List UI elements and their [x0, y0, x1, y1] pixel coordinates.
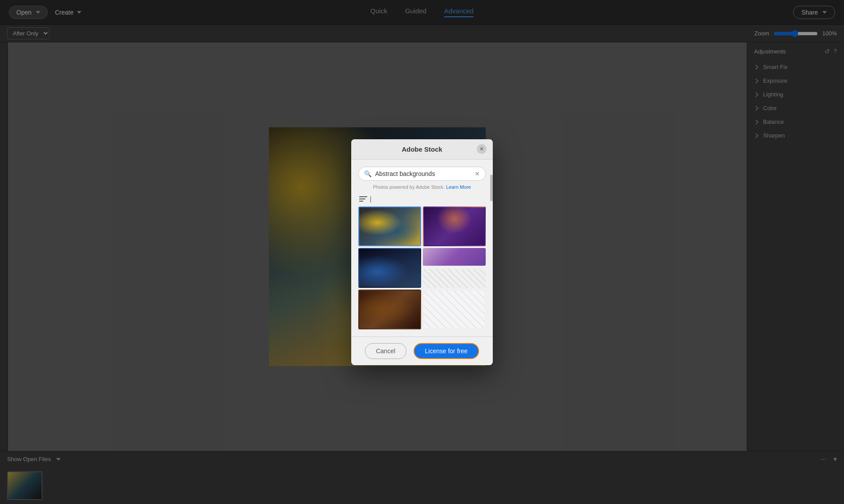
grid-image-1[interactable]: [358, 206, 421, 246]
dialog-footer: Cancel License for free: [351, 336, 493, 365]
license-button[interactable]: License for free: [414, 343, 480, 359]
cancel-button[interactable]: Cancel: [365, 343, 407, 359]
search-clear-button[interactable]: ✕: [475, 170, 480, 177]
search-icon: 🔍: [364, 170, 372, 177]
learn-more-link[interactable]: Learn More: [446, 184, 471, 190]
powered-by-text: Photos powered by Adobe Stock. Learn Mor…: [358, 184, 486, 190]
search-bar: 🔍 ✕: [358, 167, 486, 181]
dialog-scrollbar[interactable]: [490, 175, 493, 201]
image-grid: [358, 206, 486, 329]
grid-image-5[interactable]: [423, 269, 486, 288]
grid-image-6[interactable]: [358, 290, 421, 329]
search-input[interactable]: [375, 170, 471, 177]
grid-image-4[interactable]: [423, 248, 486, 266]
sort-button[interactable]: |: [358, 195, 486, 203]
dialog-close-button[interactable]: ✕: [477, 144, 487, 154]
grid-image-2[interactable]: [423, 206, 486, 246]
grid-image-7[interactable]: [423, 290, 486, 329]
dialog-header: Adobe Stock ✕: [351, 139, 493, 160]
adobe-stock-dialog: Adobe Stock ✕ 🔍 ✕ Photos powered by Adob…: [351, 139, 493, 365]
sort-label: |: [370, 195, 372, 202]
grid-right-col-2: [423, 248, 486, 288]
modal-overlay[interactable]: Adobe Stock ✕ 🔍 ✕ Photos powered by Adob…: [0, 0, 844, 504]
dialog-body: 🔍 ✕ Photos powered by Adobe Stock. Learn…: [351, 160, 493, 336]
grid-image-3[interactable]: [358, 248, 421, 288]
powered-by-label: Photos powered by Adobe Stock.: [373, 184, 445, 190]
close-icon: ✕: [480, 146, 484, 152]
dialog-title: Adobe Stock: [402, 145, 442, 153]
